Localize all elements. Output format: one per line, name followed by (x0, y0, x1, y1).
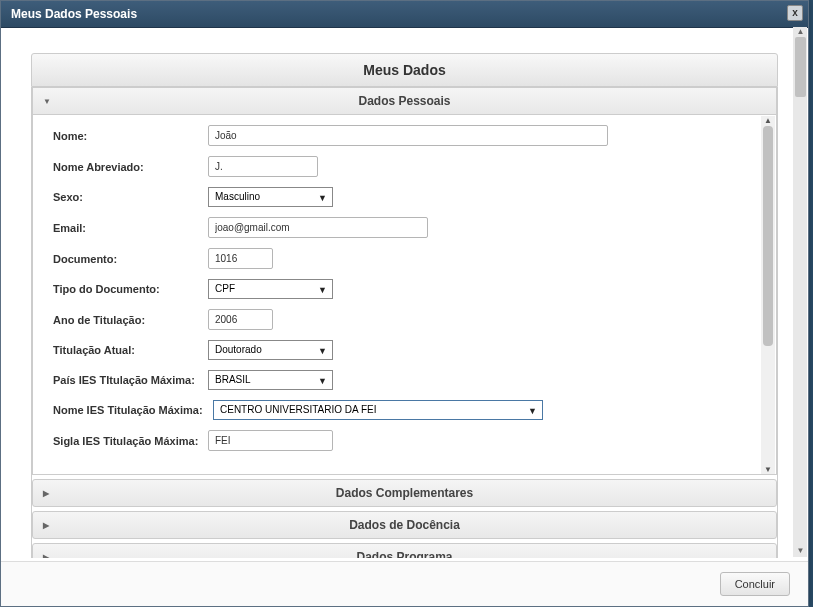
label-sigla-ies: Sigla IES Titulação Máxima: (53, 435, 208, 447)
input-ano-titulacao[interactable] (208, 309, 273, 330)
scroll-up-icon[interactable]: ▲ (764, 116, 772, 125)
accordion-label: Dados de Docência (349, 518, 460, 532)
row-documento: Documento: (53, 248, 756, 269)
accordion-label: Dados Pessoais (358, 94, 450, 108)
select-tipo-documento-value: CPF (215, 283, 235, 294)
row-pais-ies: País IES TItulação Máxima: BRASIL (53, 370, 756, 390)
accordion-label: Dados Programa (356, 550, 452, 558)
accordion-header-pessoais[interactable]: ▼ Dados Pessoais (32, 87, 777, 115)
select-pais-ies[interactable]: BRASIL (208, 370, 333, 390)
select-titulacao-atual[interactable]: Doutorado (208, 340, 333, 360)
inner-scrollbar[interactable]: ▲ ▼ (761, 116, 775, 474)
row-email: Email: (53, 217, 756, 238)
select-sexo-value: Masculino (215, 191, 260, 202)
label-titulacao-atual: Titulação Atual: (53, 344, 208, 356)
select-titulacao-atual-value: Doutorado (215, 344, 262, 355)
row-sigla-ies: Sigla IES Titulação Máxima: (53, 430, 756, 451)
modal-footer: Concluir (1, 561, 808, 606)
label-nome-ies: Nome IES Titulação Máxima: (53, 404, 213, 416)
input-email[interactable] (208, 217, 428, 238)
chevron-right-icon: ▶ (43, 489, 49, 498)
select-nome-ies[interactable]: CENTRO UNIVERSITARIO DA FEI (213, 400, 543, 420)
row-sexo: Sexo: Masculino (53, 187, 756, 207)
label-pais-ies: País IES TItulação Máxima: (53, 374, 208, 386)
card-content: ▼ Dados Pessoais Nome: Nome Abreviado: S… (31, 87, 778, 558)
row-nome-ies: Nome IES Titulação Máxima: CENTRO UNIVER… (53, 400, 756, 420)
outer-scrollbar[interactable]: ▲ ▼ (793, 27, 807, 557)
chevron-right-icon: ▶ (43, 521, 49, 530)
input-sigla-ies[interactable] (208, 430, 333, 451)
label-email: Email: (53, 222, 208, 234)
chevron-right-icon: ▶ (43, 553, 49, 559)
select-tipo-documento[interactable]: CPF (208, 279, 333, 299)
label-nome: Nome: (53, 130, 208, 142)
concluir-button[interactable]: Concluir (720, 572, 790, 596)
input-nome[interactable] (208, 125, 608, 146)
scroll-down-icon[interactable]: ▼ (795, 546, 806, 557)
close-icon[interactable]: x (787, 5, 803, 21)
label-tipo-documento: Tipo do Documento: (53, 283, 208, 295)
row-tipo-documento: Tipo do Documento: CPF (53, 279, 756, 299)
row-nome: Nome: (53, 125, 756, 146)
select-nome-ies-value: CENTRO UNIVERSITARIO DA FEI (220, 404, 377, 415)
row-nome-abreviado: Nome Abreviado: (53, 156, 756, 177)
row-titulacao-atual: Titulação Atual: Doutorado (53, 340, 756, 360)
row-ano-titulacao: Ano de Titulação: (53, 309, 756, 330)
label-nome-abreviado: Nome Abreviado: (53, 161, 208, 173)
modal-header: Meus Dados Pessoais x (1, 1, 808, 28)
select-sexo[interactable]: Masculino (208, 187, 333, 207)
accordion-label: Dados Complementares (336, 486, 473, 500)
accordion-header-programa[interactable]: ▶ Dados Programa (32, 543, 777, 558)
modal-dialog: Meus Dados Pessoais x Meus Dados ▼ Dados… (0, 0, 809, 607)
accordion-header-docencia[interactable]: ▶ Dados de Docência (32, 511, 777, 539)
accordion-body-pessoais: Nome: Nome Abreviado: Sexo: Masculino Em… (32, 115, 777, 475)
label-sexo: Sexo: (53, 191, 208, 203)
input-nome-abreviado[interactable] (208, 156, 318, 177)
inner-scrollbar-thumb[interactable] (763, 126, 773, 346)
modal-body: Meus Dados ▼ Dados Pessoais Nome: Nome A… (1, 28, 808, 558)
input-documento[interactable] (208, 248, 273, 269)
select-pais-ies-value: BRASIL (215, 374, 251, 385)
scroll-down-icon[interactable]: ▼ (764, 465, 772, 474)
chevron-down-icon: ▼ (43, 97, 51, 106)
modal-title: Meus Dados Pessoais (11, 7, 137, 21)
accordion-header-complementares[interactable]: ▶ Dados Complementares (32, 479, 777, 507)
label-ano-titulacao: Ano de Titulação: (53, 314, 208, 326)
outer-scrollbar-thumb[interactable] (795, 37, 806, 97)
card-title: Meus Dados (31, 53, 778, 87)
label-documento: Documento: (53, 253, 208, 265)
